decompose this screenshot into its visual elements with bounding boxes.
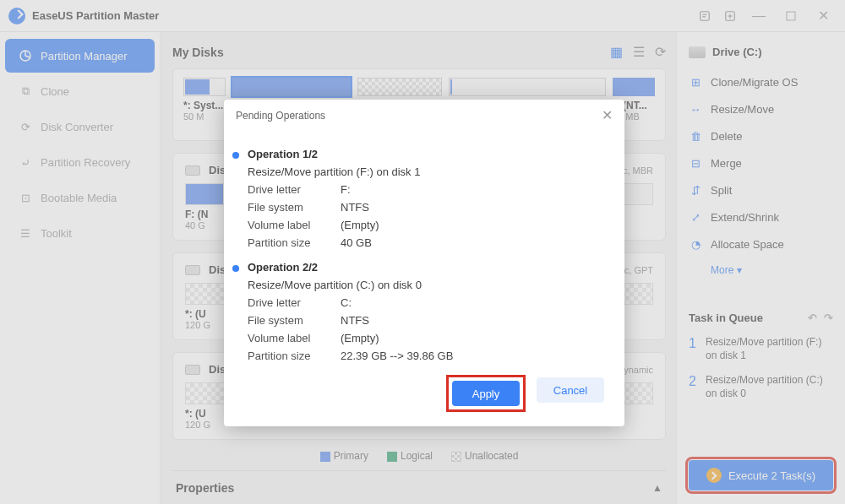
modal-title: Pending Operations [236, 110, 325, 122]
pending-operations-modal: Pending Operations ✕ Operation 1/2 Resiz… [224, 100, 624, 426]
apply-button[interactable]: Apply [452, 381, 520, 406]
operation-desc: Resize/Move partition (F:) on disk 1 [248, 165, 601, 178]
operation-title: Operation 1/2 [248, 148, 601, 160]
modal-close-icon[interactable]: ✕ [602, 107, 613, 123]
operation-title: Operation 2/2 [248, 261, 601, 274]
operation-desc: Resize/Move partition (C:) on disk 0 [248, 279, 601, 291]
cancel-button[interactable]: Cancel [537, 377, 604, 403]
